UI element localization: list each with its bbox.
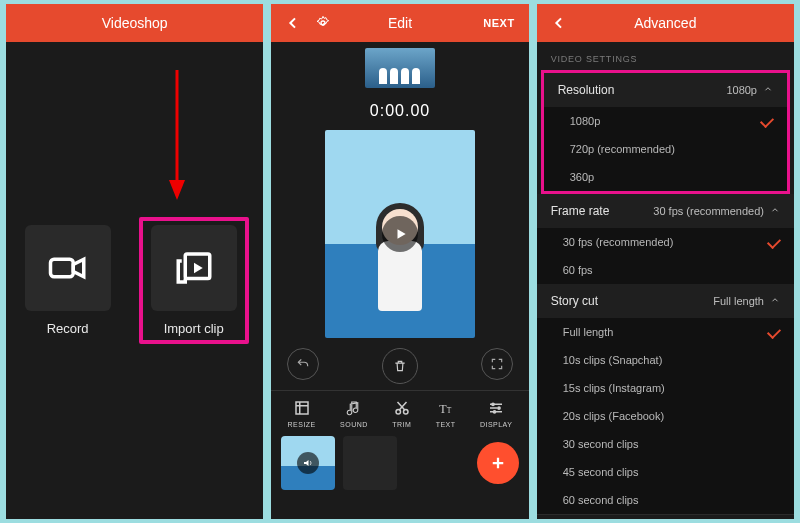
- tool-label: SOUND: [340, 421, 368, 428]
- fullscreen-button[interactable]: [481, 348, 513, 380]
- option-60s[interactable]: 60 second clips: [537, 486, 794, 514]
- tool-label: TEXT: [436, 421, 456, 428]
- next-button[interactable]: NEXT: [483, 17, 514, 29]
- clip-slot-empty[interactable]: [343, 436, 397, 490]
- option-label: 10s clips (Snapchat): [563, 354, 663, 366]
- sound-icon: [345, 399, 363, 417]
- play-icon: [394, 227, 408, 241]
- annotation-arrow-icon: [165, 66, 189, 206]
- option-60fps[interactable]: 60 fps: [537, 256, 794, 284]
- setting-value: 1080p: [726, 84, 757, 96]
- option-label: 1080p: [570, 115, 601, 127]
- preview-controls: [271, 338, 528, 390]
- record-tile[interactable]: Record: [21, 225, 115, 336]
- text-icon: TT: [437, 399, 455, 417]
- chevron-up-icon: [763, 84, 773, 96]
- back-button[interactable]: [285, 15, 301, 31]
- timer: 0:00.00: [370, 102, 430, 120]
- tool-text[interactable]: TTTEXT: [436, 399, 456, 428]
- screen-videoshop-home: Videoshop Record Import clip: [6, 4, 263, 519]
- import-tile[interactable]: Import clip: [147, 225, 241, 336]
- home-body: Record Import clip: [6, 42, 263, 519]
- setting-framerate[interactable]: Frame rate 30 fps (recommended): [537, 194, 794, 228]
- page-title: Advanced: [537, 15, 794, 31]
- option-label: 720p (recommended): [570, 143, 675, 155]
- fullscreen-icon: [490, 357, 504, 371]
- record-tile-box: [25, 225, 111, 311]
- setting-watermark[interactable]: Watermark Remove: [537, 515, 794, 519]
- setting-label: Resolution: [558, 83, 615, 97]
- edit-body: 0:00.00 RESIZE SOUND TRIM TTTEXT DISPLAY: [271, 42, 528, 519]
- display-icon: [487, 399, 505, 417]
- chevron-up-icon: [770, 205, 780, 217]
- setting-label: Frame rate: [551, 204, 610, 218]
- header: Advanced: [537, 4, 794, 42]
- tool-trim[interactable]: TRIM: [392, 399, 411, 428]
- header: Edit NEXT: [271, 4, 528, 42]
- option-10s[interactable]: 10s clips (Snapchat): [537, 346, 794, 374]
- option-360p[interactable]: 360p: [544, 163, 787, 191]
- page-title: Videoshop: [6, 15, 263, 31]
- back-button[interactable]: [551, 15, 567, 31]
- tool-display[interactable]: DISPLAY: [480, 399, 513, 428]
- option-label: 45 second clips: [563, 466, 639, 478]
- undo-button[interactable]: [287, 348, 319, 380]
- edit-toolbar: RESIZE SOUND TRIM TTTEXT DISPLAY: [271, 390, 528, 428]
- delete-button[interactable]: [382, 348, 418, 384]
- source-thumbnail[interactable]: [365, 48, 435, 88]
- clip-volume-badge[interactable]: [297, 452, 319, 474]
- setting-value: 30 fps (recommended): [653, 205, 764, 217]
- tool-label: RESIZE: [287, 421, 315, 428]
- tool-label: TRIM: [392, 421, 411, 428]
- option-15s[interactable]: 15s clips (Instagram): [537, 374, 794, 402]
- svg-point-9: [492, 403, 494, 405]
- screen-edit: Edit NEXT 0:00.00 RESIZE SOUND TRIM: [271, 4, 528, 519]
- option-30s[interactable]: 30 second clips: [537, 430, 794, 458]
- svg-text:T: T: [446, 406, 451, 415]
- import-label: Import clip: [164, 321, 224, 336]
- option-30fps[interactable]: 30 fps (recommended): [537, 228, 794, 256]
- svg-point-11: [494, 411, 496, 413]
- tool-sound[interactable]: SOUND: [340, 399, 368, 428]
- tool-label: DISPLAY: [480, 421, 513, 428]
- option-fulllength[interactable]: Full length: [537, 318, 794, 346]
- option-label: 60 fps: [563, 264, 593, 276]
- plus-icon: [489, 454, 507, 472]
- option-label: 60 second clips: [563, 494, 639, 506]
- trim-icon: [393, 399, 411, 417]
- option-720p[interactable]: 720p (recommended): [544, 135, 787, 163]
- screen-advanced: Advanced VIDEO SETTINGS Resolution 1080p…: [537, 4, 794, 519]
- chevron-up-icon: [770, 295, 780, 307]
- add-clip-button[interactable]: [477, 442, 519, 484]
- highlight-resolution: Resolution 1080p 1080p 720p (recommended…: [541, 70, 790, 194]
- option-label: 30 second clips: [563, 438, 639, 450]
- settings-button[interactable]: [315, 15, 331, 31]
- trash-icon: [393, 359, 407, 373]
- setting-resolution[interactable]: Resolution 1080p: [544, 73, 787, 107]
- header: Videoshop: [6, 4, 263, 42]
- option-label: 20s clips (Facebook): [563, 410, 665, 422]
- setting-label: Story cut: [551, 294, 598, 308]
- camera-icon: [47, 247, 89, 289]
- option-1080p[interactable]: 1080p: [544, 107, 787, 135]
- setting-storycut[interactable]: Story cut Full length: [537, 284, 794, 318]
- advanced-body: VIDEO SETTINGS Resolution 1080p 1080p 72…: [537, 42, 794, 519]
- record-label: Record: [47, 321, 89, 336]
- section-label: VIDEO SETTINGS: [537, 42, 794, 70]
- option-label: 15s clips (Instagram): [563, 382, 665, 394]
- import-icon: [173, 247, 215, 289]
- video-preview[interactable]: [325, 130, 475, 338]
- highlight-import: Import clip: [139, 217, 249, 344]
- setting-value: Full length: [713, 295, 764, 307]
- clip-strip: [271, 428, 528, 498]
- option-label: 360p: [570, 171, 594, 183]
- undo-icon: [296, 357, 310, 371]
- tool-resize[interactable]: RESIZE: [287, 399, 315, 428]
- play-button[interactable]: [382, 216, 418, 252]
- clip-thumbnail[interactable]: [281, 436, 335, 490]
- option-45s[interactable]: 45 second clips: [537, 458, 794, 486]
- svg-rect-0: [50, 259, 73, 277]
- option-label: 30 fps (recommended): [563, 236, 674, 248]
- svg-rect-4: [296, 402, 308, 414]
- option-20s[interactable]: 20s clips (Facebook): [537, 402, 794, 430]
